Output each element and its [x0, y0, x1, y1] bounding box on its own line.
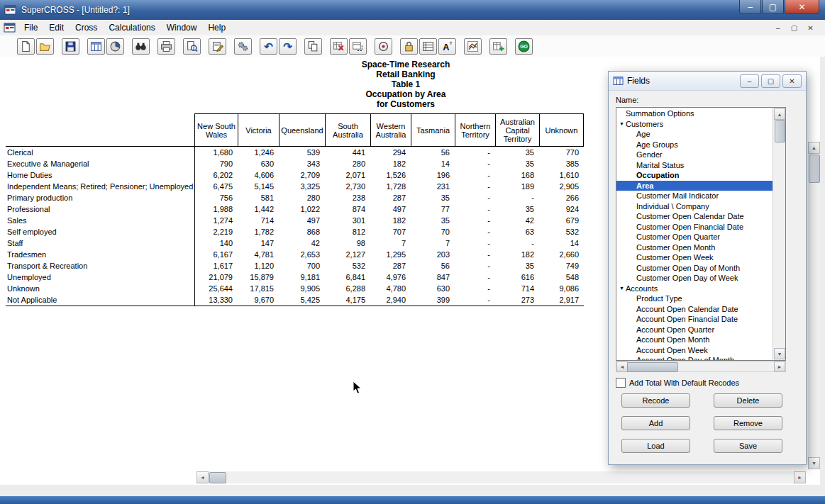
go-button[interactable]: GO: [515, 38, 533, 55]
menu-cross[interactable]: Cross: [70, 21, 103, 35]
fields-list-vscrollbar[interactable]: ▲ ▼: [773, 108, 785, 360]
column-header[interactable]: Northern Territory: [455, 113, 495, 146]
row-label[interactable]: Staff: [6, 237, 195, 249]
load-button[interactable]: Load: [621, 439, 690, 453]
column-header[interactable]: Australian Capital Territory: [495, 113, 539, 146]
vertical-scrollbar[interactable]: ▲ ▼: [808, 142, 820, 469]
print-button[interactable]: [157, 38, 175, 55]
fields-scroll-up-icon[interactable]: ▲: [774, 108, 785, 120]
fields-maximize-button[interactable]: ▢: [761, 74, 780, 88]
row-label[interactable]: Self employed: [6, 226, 195, 237]
font-size-button[interactable]: A+: [438, 38, 456, 55]
fields-list-hscrollbar[interactable]: ◄ ►: [616, 361, 786, 372]
row-label[interactable]: Clerical: [6, 147, 195, 158]
field-item-customer-open-week[interactable]: Customer Open Week: [616, 252, 773, 263]
new-document-button[interactable]: [17, 38, 35, 55]
field-item-customer-mail-indicator[interactable]: Customer Mail Indicator: [616, 191, 773, 201]
field-item-customer-open-calendar-date[interactable]: Customer Open Calendar Date: [616, 211, 773, 222]
row-label[interactable]: Executive & Managerial: [6, 158, 195, 169]
field-item-account-open-day-of-month[interactable]: Account Open Day of Month: [616, 355, 773, 360]
find-binoculars-button[interactable]: [132, 38, 150, 55]
field-item-area[interactable]: Area: [616, 181, 773, 191]
field-item-customer-open-day-of-month[interactable]: Customer Open Day of Month: [616, 263, 773, 274]
field-item-occupation[interactable]: Occupation: [616, 170, 773, 181]
collapse-triangle-icon[interactable]: ▼: [618, 286, 626, 291]
window-close-button[interactable]: ✕: [785, 0, 819, 14]
menu-edit[interactable]: Edit: [43, 21, 70, 35]
field-item-customer-open-quarter[interactable]: Customer Open Quarter: [616, 232, 773, 242]
field-item-account-open-month[interactable]: Account Open Month: [616, 335, 773, 345]
fields-scroll-right-icon[interactable]: ►: [774, 362, 785, 372]
row-label[interactable]: Unknown: [6, 283, 195, 294]
field-item-account-open-financial-date[interactable]: Account Open Financial Date: [616, 314, 773, 325]
column-header[interactable]: Queensland: [279, 113, 325, 146]
window-maximize-button[interactable]: ▢: [762, 0, 784, 14]
field-item-marital-status[interactable]: Marital Status: [616, 160, 773, 171]
column-header[interactable]: Unknown: [539, 113, 584, 146]
child-close-button[interactable]: ✕: [803, 21, 818, 34]
fields-dialog-titlebar[interactable]: Fields – ▢ ✕: [609, 72, 806, 91]
row-headings-button[interactable]: [419, 38, 437, 55]
fields-scroll-down-icon[interactable]: ▼: [774, 348, 785, 359]
field-item-customers[interactable]: ▼Customers: [616, 119, 773, 130]
horizontal-scroll-thumb[interactable]: [209, 472, 226, 483]
row-label[interactable]: Professional: [6, 203, 195, 215]
collapse-triangle-icon[interactable]: ▼: [618, 121, 626, 126]
field-item-account-open-quarter[interactable]: Account Open Quarter: [616, 325, 773, 335]
save-button[interactable]: Save: [714, 439, 782, 453]
row-label[interactable]: Not Applicable: [6, 294, 195, 306]
column-header[interactable]: Victoria: [238, 113, 279, 146]
recode-button[interactable]: Recode: [621, 393, 690, 408]
scroll-right-icon[interactable]: ►: [794, 471, 806, 483]
field-item-customer-open-day-of-week[interactable]: Customer Open Day of Week: [616, 273, 773, 284]
target-record-button[interactable]: [375, 38, 392, 55]
edit-note-button[interactable]: [209, 38, 226, 55]
row-label[interactable]: Transport & Recreation: [6, 260, 195, 271]
fields-hscroll-thumb[interactable]: [627, 362, 678, 372]
print-preview-button[interactable]: [183, 38, 201, 55]
add-button[interactable]: Add: [621, 416, 690, 430]
field-item-account-open-week[interactable]: Account Open Week: [616, 345, 773, 356]
scroll-left-icon[interactable]: ◄: [196, 471, 209, 483]
delete-button[interactable]: Delete: [714, 393, 782, 408]
column-header[interactable]: South Australia: [325, 113, 370, 146]
row-label[interactable]: Unemployed: [6, 271, 195, 283]
open-folder-button[interactable]: [36, 38, 54, 55]
fields-scroll-left-icon[interactable]: ◄: [616, 362, 628, 372]
column-header[interactable]: Western Australia: [370, 113, 411, 146]
row-label[interactable]: Primary production: [6, 192, 195, 203]
menu-help[interactable]: Help: [202, 21, 231, 35]
menu-file[interactable]: File: [18, 21, 43, 35]
scroll-down-icon[interactable]: ▼: [808, 457, 820, 469]
child-restore-button[interactable]: ▢: [787, 21, 802, 34]
vertical-scroll-thumb[interactable]: [809, 155, 820, 183]
field-item-customer-open-financial-date[interactable]: Customer Open Financial Date: [616, 222, 773, 233]
copy-button[interactable]: [304, 38, 322, 55]
table-select-button[interactable]: [349, 38, 367, 55]
pie-chart-button[interactable]: [106, 38, 124, 55]
undo-button[interactable]: ↶: [260, 38, 277, 55]
fields-vscroll-thumb[interactable]: [775, 120, 785, 142]
fields-close-button[interactable]: ✕: [782, 74, 802, 88]
field-item-customer-open-month[interactable]: Customer Open Month: [616, 242, 773, 253]
graph-button[interactable]: [464, 38, 482, 55]
lock-button[interactable]: [400, 38, 418, 55]
gears-process-button[interactable]: [234, 38, 252, 55]
new-table-button[interactable]: [489, 38, 507, 55]
redo-button[interactable]: ↷: [279, 38, 297, 55]
add-total-checkbox[interactable]: [616, 378, 626, 388]
field-item-summation-options[interactable]: Summation Options: [616, 108, 773, 119]
window-minimize-button[interactable]: –: [739, 0, 761, 14]
field-item-product-type[interactable]: Product Type: [616, 293, 773, 304]
menu-window[interactable]: Window: [161, 21, 203, 35]
row-label[interactable]: Tradesmen: [6, 249, 195, 260]
save-button[interactable]: [62, 38, 79, 55]
table-delete-button[interactable]: [330, 38, 348, 55]
menu-calculations[interactable]: Calculations: [103, 21, 160, 35]
scroll-up-icon[interactable]: ▲: [808, 142, 820, 154]
horizontal-scrollbar[interactable]: ◄ ►: [196, 471, 806, 483]
row-label[interactable]: Sales: [6, 215, 195, 226]
field-item-gender[interactable]: Gender: [616, 150, 773, 160]
column-header[interactable]: New South Wales: [195, 113, 238, 146]
column-header[interactable]: Tasmania: [411, 113, 455, 146]
